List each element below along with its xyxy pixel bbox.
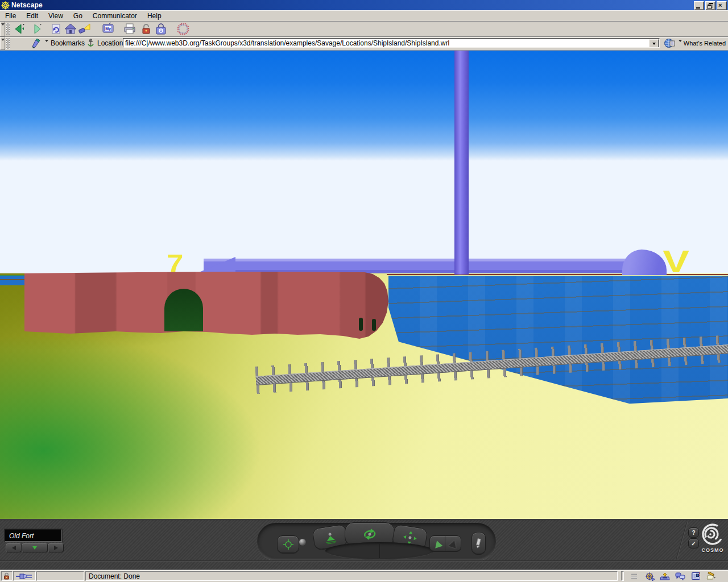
console-trim — [325, 542, 433, 560]
menu-view[interactable]: View — [43, 11, 68, 21]
window-title: Netscape — [11, 1, 43, 9]
dashboard-groove — [0, 560, 728, 562]
whats-related-globe-icon — [664, 38, 676, 49]
bookmarks-icon — [31, 39, 42, 48]
scene-marker-v: V — [663, 246, 689, 277]
menu-help[interactable]: Help — [142, 11, 167, 21]
search-button[interactable] — [76, 22, 92, 36]
close-button[interactable]: × — [717, 1, 727, 10]
back-button[interactable] — [11, 22, 27, 36]
netscape-logo-icon — [1, 1, 10, 10]
reload-icon — [49, 22, 63, 36]
redo-move-button[interactable] — [445, 535, 461, 552]
toolbar-collapse-tab[interactable] — [0, 22, 5, 36]
cosmo-logo: COSMO — [697, 522, 728, 557]
component-bar — [619, 571, 728, 581]
component-bar-menu-icon[interactable] — [629, 572, 639, 581]
viewpoint-list-button[interactable] — [22, 543, 48, 552]
navigator-component-icon[interactable] — [644, 572, 655, 581]
forward-icon — [30, 22, 43, 36]
security-button[interactable] — [138, 22, 154, 36]
fort-door — [164, 289, 203, 331]
shop-button[interactable] — [153, 22, 169, 36]
location-label: Location: — [97, 39, 125, 47]
status-lock-icon — [3, 572, 11, 580]
tilt-icon — [322, 530, 338, 545]
forward-button[interactable] — [28, 22, 44, 36]
menu-file[interactable]: File — [0, 11, 21, 21]
bookmarks-menu[interactable]: Bookmarks — [31, 38, 85, 48]
search-icon — [77, 22, 91, 36]
fort-slit — [359, 318, 363, 331]
address-book-component-icon[interactable] — [690, 572, 701, 581]
title-bar: Netscape × — [0, 0, 728, 10]
vrml-viewport[interactable]: 7 V — [0, 50, 728, 519]
menu-bar: File Edit View Go Communicator Help — [0, 10, 728, 22]
svg-text:My: My — [105, 27, 111, 31]
seek-crosshair-icon — [283, 539, 294, 550]
home-icon — [64, 22, 77, 36]
connection-status — [13, 571, 36, 581]
scene-bridge — [204, 259, 629, 273]
component-bar-grip[interactable] — [621, 571, 624, 581]
my-netscape-button[interactable]: My — [100, 22, 116, 36]
location-icon — [86, 39, 95, 48]
menu-go[interactable]: Go — [68, 11, 88, 21]
url-input[interactable]: file:///C|/www.web3D.org/TaskGroups/x3d/… — [123, 38, 660, 48]
preferences-button[interactable] — [471, 532, 486, 555]
toolbar-grabber[interactable] — [6, 23, 10, 35]
whats-related-menu[interactable]: What's Related — [664, 38, 726, 48]
viewpoint-display: Old Fort — [5, 529, 62, 542]
console-ball — [299, 539, 306, 546]
pencil-icon — [475, 538, 482, 548]
plug-icon — [16, 573, 33, 580]
cosmo-spiral-icon — [700, 522, 725, 547]
status-bar: Document: Done — [0, 569, 728, 582]
shop-icon — [154, 22, 168, 36]
location-chip: Location: — [86, 38, 125, 48]
whats-related-label: What's Related — [684, 40, 726, 47]
back-icon — [13, 22, 26, 36]
next-viewpoint-button[interactable] — [48, 543, 64, 552]
undo-move-button[interactable] — [429, 535, 446, 552]
security-status[interactable] — [1, 571, 13, 581]
restore-button[interactable] — [705, 1, 715, 10]
dashboard-seam — [676, 522, 688, 559]
discussions-component-icon[interactable] — [675, 572, 685, 581]
stop-button[interactable] — [175, 22, 191, 36]
bookmarks-label: Bookmarks — [51, 39, 85, 47]
document-status: Document: Done — [85, 571, 618, 581]
inbox-component-icon[interactable] — [660, 572, 670, 581]
scene-sky — [0, 51, 728, 276]
location-bar: Bookmarks Location: file:///C|/www.web3D… — [0, 37, 728, 51]
fort-slit — [372, 319, 376, 331]
minimize-button[interactable] — [694, 1, 704, 10]
menu-edit[interactable]: Edit — [21, 11, 43, 21]
my-netscape-icon: My — [101, 22, 115, 36]
url-text: file:///C|/www.web3D.org/TaskGroups/x3d/… — [125, 39, 449, 47]
locbar-collapse-tab[interactable] — [0, 37, 5, 50]
locbar-grabber[interactable] — [6, 38, 10, 49]
seek-button[interactable] — [277, 535, 299, 554]
scene-fort — [24, 272, 388, 340]
print-icon — [123, 22, 136, 36]
security-lock-icon — [139, 22, 153, 36]
reload-button[interactable] — [48, 22, 64, 36]
url-dropdown-button[interactable] — [649, 39, 659, 48]
navigation-toolbar: My — [0, 22, 728, 37]
print-button[interactable] — [122, 22, 138, 36]
scene-flagpole — [454, 51, 469, 275]
stop-icon — [176, 22, 190, 36]
previous-viewpoint-button[interactable] — [6, 543, 22, 552]
cosmo-brand-text: COSMO — [697, 547, 728, 553]
cosmo-player-dashboard: Old Fort — [0, 519, 728, 570]
scene-water-left — [0, 275, 26, 285]
composer-component-icon[interactable] — [706, 572, 716, 581]
rotate-icon — [358, 527, 381, 542]
progress-indicator — [36, 571, 84, 581]
menu-communicator[interactable]: Communicator — [88, 11, 142, 21]
